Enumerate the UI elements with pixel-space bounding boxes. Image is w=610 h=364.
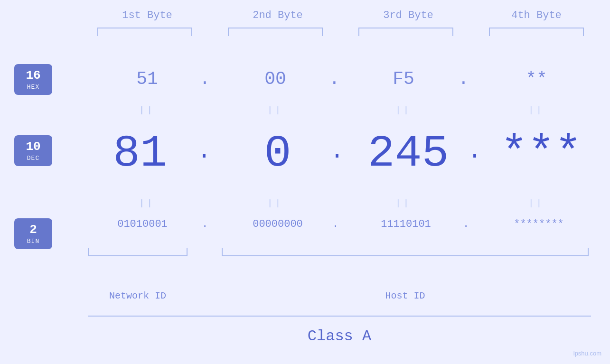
dec-dot2: . xyxy=(330,138,344,165)
network-id-label: Network ID xyxy=(88,290,188,301)
equals2-byte2: || xyxy=(228,198,323,208)
hex-badge-num: 16 xyxy=(26,68,40,83)
byte2-header: 2nd Byte xyxy=(225,9,330,21)
bracket-top-byte1 xyxy=(97,28,192,36)
hex-badge: 16 HEX xyxy=(14,64,52,95)
dec-byte2: 0 xyxy=(225,128,330,179)
hex-byte3: F5 xyxy=(356,69,451,89)
bracket-top-byte2 xyxy=(228,28,323,36)
bracket-top-byte4 xyxy=(489,28,584,36)
equals1-byte1: || xyxy=(100,105,195,115)
dec-byte1: 81 xyxy=(83,128,197,179)
bracket-top-byte3 xyxy=(358,28,453,36)
class-bracket-line xyxy=(88,316,591,317)
dec-badge: 10 DEC xyxy=(14,135,52,166)
bin-dot3: . xyxy=(463,218,469,230)
hex-dot3: . xyxy=(458,69,469,89)
bin-byte3: 11110101 xyxy=(349,218,463,230)
dec-byte3: 245 xyxy=(347,128,470,179)
bin-dot1: . xyxy=(202,218,208,230)
equals2-byte1: || xyxy=(100,198,195,208)
bin-badge-num: 2 xyxy=(29,223,37,237)
byte3-header: 3rd Byte xyxy=(356,9,460,21)
hex-badge-label: HEX xyxy=(27,84,39,91)
bin-byte2: 00000000 xyxy=(223,218,332,230)
byte4-header: 4th Byte xyxy=(484,9,589,21)
bin-byte1: 01010001 xyxy=(85,218,199,230)
hex-dot2: . xyxy=(329,69,340,89)
dec-byte4: *** xyxy=(484,128,598,179)
bracket-bottom-netid xyxy=(88,248,188,256)
hex-byte4: ** xyxy=(489,69,584,89)
equals1-byte2: || xyxy=(228,105,323,115)
bin-badge: 2 BIN xyxy=(14,218,52,249)
hex-byte2: 00 xyxy=(228,69,323,89)
equals1-byte3: || xyxy=(356,105,451,115)
host-id-label: Host ID xyxy=(222,290,589,301)
bin-byte4: ******** xyxy=(479,218,598,230)
hex-byte1: 51 xyxy=(100,69,195,89)
bin-dot2: . xyxy=(332,218,338,230)
byte1-header: 1st Byte xyxy=(95,9,199,21)
bracket-bottom-hostid xyxy=(222,248,589,256)
hex-dot1: . xyxy=(199,69,210,89)
dec-badge-num: 10 xyxy=(26,140,40,154)
dec-dot3: . xyxy=(468,138,482,165)
equals1-byte4: || xyxy=(489,105,584,115)
equals2-byte4: || xyxy=(489,198,584,208)
dec-badge-label: DEC xyxy=(27,155,39,162)
dec-dot1: . xyxy=(197,138,211,165)
bin-badge-label: BIN xyxy=(27,238,39,245)
watermark: ipshu.com xyxy=(573,350,601,357)
equals2-byte3: || xyxy=(356,198,451,208)
class-label: Class A xyxy=(88,327,591,345)
